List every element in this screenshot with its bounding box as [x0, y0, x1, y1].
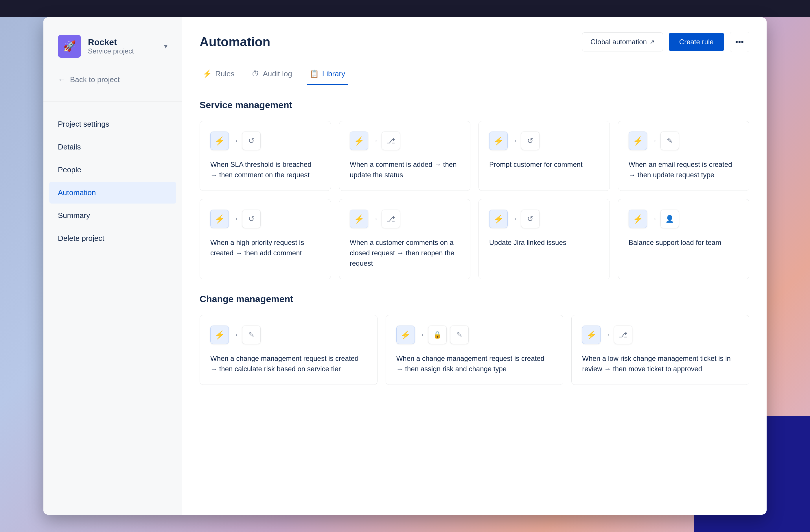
action-icon-box: ↺: [242, 210, 261, 228]
card-text: Balance support load for team: [629, 237, 739, 248]
card-change-assign[interactable]: ⚡ → 🔒 ✎ When a change management request…: [386, 315, 564, 385]
tab-audit-log[interactable]: ⏱ Audit log: [249, 64, 295, 85]
action-icon-box: ↺: [521, 132, 539, 150]
action-icon-box-1: 🔒: [428, 326, 447, 344]
card-change-risk[interactable]: ⚡ → ✎ When a change management request i…: [199, 315, 377, 385]
service-management-grid: ⚡ → ↺ When SLA threshold is breached → t…: [199, 121, 749, 279]
tab-library-label: Library: [322, 69, 345, 78]
sidebar-item-details[interactable]: Details: [49, 136, 176, 158]
sidebar-item-summary[interactable]: Summary: [49, 205, 176, 227]
action-icon-box: ✎: [661, 132, 679, 150]
page-title: Automation: [199, 35, 270, 49]
rules-icon: ⚡: [202, 69, 212, 78]
create-rule-button[interactable]: Create rule: [669, 33, 724, 51]
tabs: ⚡ Rules ⏱ Audit log 📋 Library: [199, 64, 749, 85]
bolt-icon: ⚡: [215, 330, 225, 340]
sidebar-chevron-icon: ▾: [164, 42, 167, 50]
card-icons: ⚡ → ✎: [629, 132, 739, 150]
sidebar-item-people[interactable]: People: [49, 159, 176, 181]
bolt-icon-box: ⚡: [350, 132, 368, 150]
action-icon-box: ↺: [242, 132, 261, 150]
service-management-section: Service management ⚡ → ↺ When SLA t: [199, 100, 749, 279]
more-options-button[interactable]: •••: [730, 32, 749, 52]
bolt-icon-box: ⚡: [489, 210, 508, 228]
refresh-icon: ↺: [527, 215, 533, 223]
card-low-risk-review[interactable]: ⚡ → ⎇ When a low risk change management …: [571, 315, 749, 385]
card-text: When a comment is added → then update th…: [350, 159, 460, 180]
card-icons: ⚡ → ↺: [210, 132, 320, 150]
card-text: When a high priority request is created …: [210, 237, 320, 258]
sidebar-header[interactable]: 🚀 Rocket Service project ▾: [44, 35, 182, 75]
bolt-icon: ⚡: [493, 214, 504, 224]
card-text: When SLA threshold is breached → then co…: [210, 159, 320, 180]
action-icon-box: ⎇: [382, 132, 400, 150]
tab-rules[interactable]: ⚡ Rules: [199, 64, 237, 85]
project-title-block: Rocket Service project: [88, 37, 157, 55]
card-prompt-customer[interactable]: ⚡ → ↺ Prompt customer for comment: [479, 121, 610, 191]
card-icons: ⚡ → ↺: [489, 132, 599, 150]
tab-audit-log-label: Audit log: [263, 69, 292, 78]
change-management-title: Change management: [199, 294, 749, 304]
global-automation-button[interactable]: Global automation ↗: [582, 32, 663, 51]
change-management-grid: ⚡ → ✎ When a change management request i…: [199, 315, 749, 385]
card-jira-linked[interactable]: ⚡ → ↺ Update Jira linked issues: [479, 199, 610, 279]
change-management-section: Change management ⚡ → ✎ When a chan: [199, 294, 749, 385]
tab-library[interactable]: 📋 Library: [307, 64, 348, 85]
main-header: Automation Global automation ↗ Create ru…: [182, 17, 766, 85]
create-rule-label: Create rule: [679, 38, 714, 46]
action-icon-box: ⎇: [614, 326, 632, 344]
bolt-icon: ⚡: [633, 214, 643, 224]
card-customer-closed[interactable]: ⚡ → ⎇ When a customer comments on a clos…: [339, 199, 470, 279]
more-icon: •••: [735, 37, 744, 46]
content-area: Service management ⚡ → ↺ When SLA t: [182, 85, 766, 515]
arrow-icon: →: [511, 215, 518, 222]
bolt-icon: ⚡: [586, 330, 597, 340]
audit-log-icon: ⏱: [252, 69, 259, 78]
card-text: Prompt customer for comment: [489, 159, 599, 170]
tab-rules-label: Rules: [215, 69, 234, 78]
bolt-icon-box: ⚡: [489, 132, 508, 150]
title-row: Automation Global automation ↗ Create ru…: [199, 32, 749, 52]
bolt-icon-box: ⚡: [350, 210, 368, 228]
bolt-icon-box: ⚡: [582, 326, 601, 344]
back-label: Back to project: [70, 75, 120, 84]
branch-icon: ⎇: [387, 136, 395, 146]
card-text: When a change management request is crea…: [396, 353, 553, 374]
card-icons: ⚡ → ✎: [210, 326, 367, 344]
arrow-icon: →: [651, 137, 657, 145]
card-high-priority[interactable]: ⚡ → ↺ When a high priority request is cr…: [199, 199, 331, 279]
refresh-icon: ↺: [248, 136, 255, 146]
bolt-icon-box: ⚡: [210, 132, 229, 150]
arrow-icon: →: [511, 137, 518, 145]
card-text: When a low risk change management ticket…: [582, 353, 739, 374]
card-balance-load[interactable]: ⚡ → 👤 Balance support load for team: [618, 199, 749, 279]
action-icon-box: ↺: [521, 210, 539, 228]
sidebar-item-delete-project[interactable]: Delete project: [49, 228, 176, 249]
bolt-icon: ⚡: [215, 136, 225, 146]
card-email-request[interactable]: ⚡ → ✎ When an email request is created →…: [618, 121, 749, 191]
sidebar-item-automation[interactable]: Automation: [49, 182, 176, 203]
back-arrow-icon: ←: [58, 75, 65, 84]
sidebar-item-project-settings[interactable]: Project settings: [49, 113, 176, 135]
card-text: When a change management request is crea…: [210, 353, 367, 374]
refresh-icon: ↺: [248, 215, 255, 223]
back-to-project-button[interactable]: ← Back to project: [44, 75, 182, 101]
arrow-icon: →: [604, 331, 611, 338]
project-logo: 🚀: [58, 35, 81, 58]
card-icons: ⚡ → ↺: [210, 210, 320, 228]
card-text: When a customer comments on a closed req…: [350, 237, 460, 269]
bolt-icon-box: ⚡: [210, 210, 229, 228]
project-name: Rocket: [88, 37, 157, 47]
pencil-icon: ✎: [667, 137, 673, 145]
card-sla-threshold[interactable]: ⚡ → ↺ When SLA threshold is breached → t…: [199, 121, 331, 191]
main-window: 🚀 Rocket Service project ▾ ← Back to pro…: [44, 17, 766, 515]
arrow-icon: →: [418, 331, 425, 338]
header-actions: Global automation ↗ Create rule •••: [582, 32, 749, 52]
card-comment-status[interactable]: ⚡ → ⎇ When a comment is added → then upd…: [339, 121, 470, 191]
bolt-icon-box: ⚡: [629, 132, 647, 150]
card-text: Update Jira linked issues: [489, 237, 599, 248]
person-icon: 👤: [665, 215, 674, 223]
card-icons: ⚡ → ⎇: [582, 326, 739, 344]
branch-icon: ⎇: [387, 215, 395, 223]
card-text: When an email request is created → then …: [629, 159, 739, 180]
